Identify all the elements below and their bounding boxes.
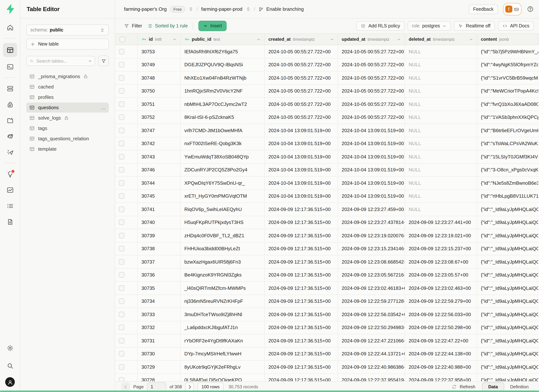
cell-deleted-at[interactable]: NULL — [405, 203, 477, 216]
cell-updated-at[interactable]: 2024-10-04 13:09:01.519+00 — [338, 190, 405, 202]
sidebar-table-_prisma_migrations[interactable]: _prisma_migrations — [26, 72, 109, 81]
cell-public-id[interactable]: 8KraI-tSI-6-pSZcknaK5 — [181, 111, 265, 124]
cell-updated-at[interactable]: 2024-09-09 12:22:40.986386+00 — [338, 361, 405, 373]
cell-deleted-at[interactable]: NULL — [405, 58, 477, 71]
column-menu-icon[interactable] — [397, 37, 401, 41]
row-checkbox[interactable] — [119, 233, 124, 238]
cell-updated-at[interactable]: 2024-10-05 00:55:27.722+00 — [338, 58, 405, 71]
row-checkbox[interactable] — [119, 351, 124, 357]
row-checkbox[interactable] — [119, 180, 124, 186]
realtime-icon[interactable] — [3, 130, 17, 143]
cell-created-at[interactable]: 2024-10-05 00:55:27.722+00 — [265, 45, 338, 58]
cell-id[interactable]: 30738 — [138, 242, 181, 255]
cell-deleted-at[interactable]: 2024-09-09 12:23:02.463+00 — [405, 282, 477, 294]
cell-deleted-at[interactable]: 2024-09-09 12:23:08.67+00 — [405, 255, 477, 268]
row-checkbox[interactable] — [119, 325, 124, 330]
column-header-content[interactable]: contentjsonb — [477, 34, 538, 45]
cell-content[interactable]: {"id":"15LSIyT0JGMf3KI4Vn — [477, 150, 538, 163]
cell-deleted-at[interactable]: 2024-09-09 12:23:27.441+00 — [405, 216, 477, 229]
cell-created-at[interactable]: 2024-09-09 12:17:36.515+00 — [265, 334, 338, 347]
tab-definition[interactable]: Definition — [505, 384, 534, 389]
row-checkbox[interactable] — [119, 128, 124, 133]
cell-deleted-at[interactable]: NULL — [405, 177, 477, 189]
search-tables-input[interactable] — [36, 58, 86, 64]
cell-content[interactable]: {"id":"_Id9aLyJpMHQLaiQC — [477, 203, 538, 216]
help-icon[interactable] — [527, 5, 534, 13]
cell-created-at[interactable]: 2024-10-04 13:09:01.519+00 — [265, 163, 338, 176]
cell-deleted-at[interactable]: NULL — [405, 72, 477, 84]
cell-created-at[interactable]: 2024-10-04 13:09:01.519+00 — [265, 150, 338, 163]
cell-public-id[interactable]: FHHUioa3bidd00BHyLeZt — [181, 242, 265, 255]
cell-deleted-at[interactable]: 2024-09-09 12:22:37.958+00 — [405, 374, 477, 381]
role-select[interactable]: role postgres — [407, 21, 451, 31]
settings-gear-icon[interactable] — [3, 342, 17, 354]
cell-created-at[interactable]: 2024-09-09 12:17:36.515+00 — [265, 374, 338, 381]
cell-updated-at[interactable]: 2024-10-04 13:09:01.519+00 — [338, 137, 405, 150]
column-menu-icon[interactable] — [330, 37, 334, 41]
cell-public-id[interactable]: bzwXazHgax6UIR58j6Fn3 — [181, 255, 265, 268]
sidebar-table-template[interactable]: template — [26, 144, 109, 154]
row-checkbox[interactable] — [119, 193, 124, 199]
cell-deleted-at[interactable]: NULL — [405, 163, 477, 176]
row-checkbox[interactable] — [119, 101, 124, 107]
sidebar-table-tags[interactable]: tags — [26, 123, 109, 133]
refresh-button[interactable]: Refresh — [452, 384, 475, 389]
cell-deleted-at[interactable]: 2024-09-09 12:22:59.279+00 — [405, 295, 477, 308]
org-switcher-icon[interactable] — [188, 7, 193, 11]
cell-id[interactable]: 30749 — [138, 58, 181, 71]
cell-content[interactable]: {"id":"fvrQ1bXoJ6XaAD08G — [477, 98, 538, 110]
rows-per-page-select[interactable]: 100 rows — [197, 382, 224, 391]
row-checkbox[interactable] — [119, 364, 124, 370]
cell-created-at[interactable]: 2024-09-09 12:17:36.515+00 — [265, 268, 338, 281]
cell-public-id[interactable]: vrlh7CMD-JtM1bOweMHfA — [181, 124, 265, 137]
cell-created-at[interactable]: 2024-09-09 12:17:36.515+00 — [265, 295, 338, 308]
cell-updated-at[interactable]: 2024-10-05 00:55:27.722+00 — [338, 98, 405, 110]
cell-deleted-at[interactable]: NULL — [405, 85, 477, 97]
sidebar-table-profiles[interactable]: profiles — [26, 92, 109, 102]
table-filter-button[interactable] — [98, 56, 109, 66]
column-menu-icon[interactable] — [469, 37, 473, 41]
cell-created-at[interactable]: 2024-09-09 12:17:36.515+00 — [265, 347, 338, 360]
cell-created-at[interactable]: 2024-10-05 00:55:27.722+00 — [265, 72, 338, 84]
cell-deleted-at[interactable]: 2024-09-09 12:23:19.021+00 — [405, 229, 477, 242]
cell-updated-at[interactable]: 2024-10-05 00:55:27.722+00 — [338, 72, 405, 84]
row-checkbox[interactable] — [119, 259, 124, 265]
cell-public-id[interactable]: YwEmuWdqT38XoSB048QYp — [181, 150, 265, 163]
cell-deleted-at[interactable]: NULL — [405, 150, 477, 163]
cell-deleted-at[interactable]: 2024-09-09 12:22:56.033+00 — [405, 308, 477, 321]
cell-deleted-at[interactable]: 2024-09-09 12:22:50.298+00 — [405, 321, 477, 334]
row-checkbox[interactable] — [119, 154, 124, 160]
cell-public-id[interactable]: nj336mN5reuRVNZrKHFpF — [181, 295, 265, 308]
cell-id[interactable]: 30750 — [138, 85, 181, 97]
column-header-public_id[interactable]: public_idtext — [181, 34, 265, 45]
cell-created-at[interactable]: 2024-10-05 00:55:27.722+00 — [265, 58, 338, 71]
cell-updated-at[interactable]: 2024-09-09 12:23:05.567216+00 — [338, 268, 405, 281]
cell-content[interactable]: {"id":"rtHbLpgB8V11LUK7152 — [477, 190, 538, 202]
cell-id[interactable]: 30729 — [138, 361, 181, 373]
cell-public-id[interactable]: 3muDHTceTWso9IZj8hHNl — [181, 308, 265, 321]
cell-content[interactable]: {"id":"1VASb3phnXXkQPCpv — [477, 111, 538, 124]
cell-id[interactable]: 30733 — [138, 308, 181, 321]
row-checkbox[interactable] — [119, 299, 124, 304]
cell-public-id[interactable]: nxFT002ISeRE-Qobg3K3k — [181, 137, 265, 150]
cell-public-id[interactable]: ZDCunRYJP2CQ5Z8Po2Gy4 — [181, 163, 265, 176]
cell-id[interactable]: 30746 — [138, 163, 181, 176]
cell-content[interactable]: {"id":"_Id9aLyJpMHQLaiQC — [477, 282, 538, 294]
row-checkbox[interactable] — [119, 75, 124, 81]
cell-content[interactable]: {"id":"MeWCriorTPopA4Kc9 — [477, 85, 538, 97]
cell-public-id[interactable]: NhXEo1Xw04FnB4RzWTNjb — [181, 72, 265, 84]
cell-created-at[interactable]: 2024-10-04 13:09:01.519+00 — [265, 190, 338, 202]
notifications-button[interactable]: ! — [503, 3, 522, 15]
api-docs-icon[interactable] — [3, 215, 17, 228]
cell-updated-at[interactable]: 2024-10-04 13:09:01.519+00 — [338, 177, 405, 189]
cell-created-at[interactable]: 2024-09-09 12:17:36.515+00 — [265, 255, 338, 268]
cell-content[interactable]: {"id":"_Id9aLyJpMHQLaiQC — [477, 229, 538, 242]
row-checkbox[interactable] — [119, 141, 124, 146]
cell-public-id[interactable]: 0L5BAfDaLDl5rQOiqeKPO — [181, 374, 265, 381]
cell-content[interactable]: {"id":"_Id9aLyJpMHQLaiQC — [477, 374, 538, 381]
select-all-checkbox[interactable] — [120, 36, 125, 42]
cell-public-id[interactable]: Be4KignzoK9YRGNl3Zgks — [181, 268, 265, 281]
cell-updated-at[interactable]: 2024-09-09 12:22:59.277128+00 — [338, 295, 405, 308]
cell-created-at[interactable]: 2024-10-04 13:09:01.519+00 — [265, 177, 338, 189]
cell-created-at[interactable]: 2024-09-09 12:17:36.515+00 — [265, 321, 338, 334]
